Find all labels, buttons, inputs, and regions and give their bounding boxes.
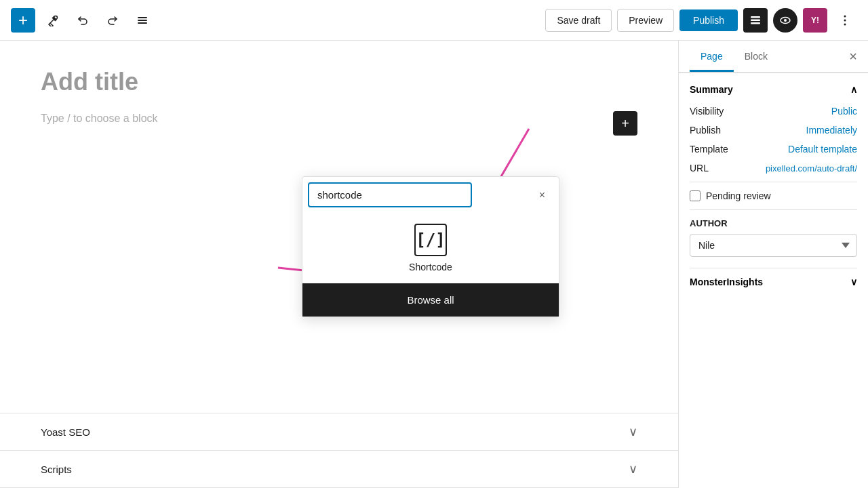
template-value[interactable]: Default template [788, 144, 857, 155]
yoast-chevron-icon: ∨ [629, 424, 637, 439]
main-layout: Add title Type / to choose a block + × [… [0, 41, 868, 488]
publish-key: Publish [690, 125, 721, 136]
monster-insights-section[interactable]: MonsterInsights ∨ [690, 268, 857, 296]
publish-row: Publish Immediately [690, 125, 857, 136]
add-block-inline-button[interactable]: + [613, 111, 637, 136]
editor-area: Add title Type / to choose a block + × [… [0, 41, 678, 488]
toolbar-right: Save draft Preview Publish Y! [545, 8, 857, 33]
block-search-popup: × [/] Shortcode Browse all [302, 176, 559, 317]
shortcode-name: Shortcode [409, 262, 452, 272]
svg-point-10 [844, 19, 846, 21]
author-select[interactable]: Nile Admin [690, 234, 857, 257]
sidebar-tabs: Page Block [690, 43, 778, 70]
svg-point-0 [54, 16, 58, 19]
settings-button[interactable] [743, 8, 768, 33]
sidebar: Page Block × Summary ∧ Visibility Public… [678, 41, 868, 488]
tab-block[interactable]: Block [734, 43, 778, 72]
tab-page[interactable]: Page [690, 43, 734, 72]
template-key: Template [690, 144, 728, 155]
yoast-label: Yoast SEO [41, 426, 90, 438]
preview-button[interactable]: Preview [617, 9, 674, 32]
visibility-key: Visibility [690, 106, 724, 117]
visibility-row: Visibility Public [690, 106, 857, 117]
tools-button[interactable] [41, 8, 65, 33]
svg-rect-3 [138, 22, 147, 24]
svg-point-11 [844, 23, 846, 25]
yoast-button[interactable]: Y! [803, 8, 827, 33]
browse-all-button[interactable]: Browse all [302, 283, 559, 317]
url-row: URL pixelled.com/auto-draft/ [690, 163, 857, 174]
list-view-button[interactable] [130, 8, 155, 33]
pending-review-checkbox[interactable] [690, 190, 701, 201]
yoast-section[interactable]: Yoast SEO ∨ [0, 413, 678, 451]
svg-rect-1 [138, 17, 147, 18]
block-search-input[interactable] [308, 182, 472, 207]
undo-button[interactable] [71, 8, 95, 33]
bottom-sections: Yoast SEO ∨ Scripts ∨ [0, 413, 678, 488]
visibility-value[interactable]: Public [831, 106, 857, 117]
sidebar-header: Page Block × [679, 41, 868, 73]
page-title[interactable]: Add title [41, 68, 637, 96]
pending-review-label: Pending review [706, 190, 771, 201]
svg-rect-5 [751, 19, 760, 21]
svg-rect-6 [751, 22, 760, 24]
svg-point-8 [784, 19, 787, 22]
toolbar: + Save draft Preview Publish Y! [0, 0, 868, 41]
block-placeholder: Type / to choose a block [41, 113, 637, 125]
scripts-chevron-icon: ∨ [629, 462, 637, 476]
svg-point-9 [844, 15, 846, 17]
summary-label: Summary [690, 84, 733, 95]
more-options-button[interactable] [833, 8, 857, 33]
redo-button[interactable] [100, 8, 125, 33]
add-block-button[interactable]: + [11, 8, 35, 33]
author-label: AUTHOR [690, 218, 857, 228]
save-draft-button[interactable]: Save draft [545, 9, 612, 32]
template-row: Template Default template [690, 144, 857, 155]
sidebar-close-button[interactable]: × [849, 49, 857, 64]
divider-2 [690, 209, 857, 210]
block-result-shortcode[interactable]: [/] Shortcode [302, 213, 559, 283]
search-clear-button[interactable]: × [539, 189, 545, 201]
svg-rect-2 [138, 20, 147, 21]
publish-button[interactable]: Publish [679, 9, 738, 31]
monster-insights-label: MonsterInsights [690, 277, 763, 287]
publish-value[interactable]: Immediately [806, 125, 857, 136]
pending-review-row: Pending review [690, 190, 857, 201]
divider [690, 182, 857, 182]
url-key: URL [690, 163, 709, 174]
sidebar-content: Summary ∧ Visibility Public Publish Imme… [679, 73, 868, 488]
summary-collapse-icon: ∧ [850, 84, 857, 95]
url-value[interactable]: pixelled.com/auto-draft/ [766, 163, 857, 174]
summary-title[interactable]: Summary ∧ [690, 84, 857, 95]
toolbar-left: + [11, 8, 540, 33]
shortcode-icon: [/] [414, 224, 447, 256]
monster-expand-icon: ∨ [850, 277, 857, 287]
svg-rect-4 [751, 16, 760, 18]
summary-section: Summary ∧ Visibility Public Publish Imme… [690, 84, 857, 257]
scripts-section[interactable]: Scripts ∨ [0, 451, 678, 488]
scripts-label: Scripts [41, 464, 72, 475]
search-field-wrap: × [302, 177, 559, 213]
eye-button[interactable] [773, 8, 797, 33]
